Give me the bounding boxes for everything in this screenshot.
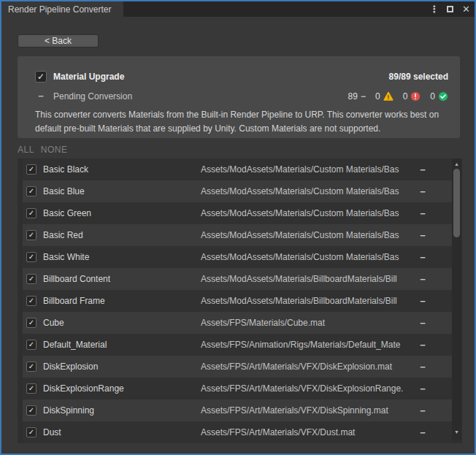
- window-title: Render Pipeline Converter: [8, 4, 111, 15]
- table-row[interactable]: ✓ Billboard Frame Assets/ModAssets/Mater…: [23, 290, 452, 312]
- converter-panel: ✓ Material Upgrade 89/89 selected − Pend…: [18, 56, 460, 138]
- table-row[interactable]: ✓ Billboard Content Assets/ModAssets/Mat…: [23, 268, 452, 290]
- material-name: Dust: [43, 427, 61, 437]
- material-path: Assets/ModAssets/Materials/Custom Materi…: [201, 180, 414, 202]
- material-name: Basic Black: [43, 164, 88, 175]
- scroll-down-icon[interactable]: ▼: [452, 429, 461, 436]
- pending-count: 89: [348, 91, 358, 102]
- success-count: 0: [430, 91, 435, 102]
- material-name: Basic Blue: [43, 186, 85, 196]
- converter-description: This converter converts Materials from t…: [35, 108, 448, 136]
- material-name: DiskExplosion: [43, 362, 98, 372]
- row-checkbox[interactable]: ✓: [26, 208, 37, 218]
- table-row[interactable]: ✓ Basic Red Assets/ModAssets/Materials/C…: [23, 224, 452, 246]
- row-checkbox[interactable]: ✓: [26, 383, 37, 394]
- table-row[interactable]: ✓ Basic Blue Assets/ModAssets/Materials/…: [23, 180, 452, 202]
- pending-status-icon: −: [415, 296, 430, 307]
- pending-status-icon: −: [415, 186, 430, 197]
- warning-icon: [383, 91, 394, 102]
- material-name: DiskSpinning: [43, 405, 94, 416]
- pending-minus-icon: −: [361, 91, 366, 102]
- success-icon: [438, 91, 448, 102]
- pending-count-group: 89 −: [348, 91, 366, 102]
- titlebar: Render Pipeline Converter ⋮ ✕: [1, 1, 475, 17]
- pending-status-icon: −: [415, 252, 430, 263]
- row-checkbox[interactable]: ✓: [26, 427, 37, 437]
- checkmark-icon: ✓: [28, 429, 34, 436]
- checkmark-icon: ✓: [28, 210, 34, 217]
- select-all-link[interactable]: ALL: [18, 145, 34, 155]
- back-button[interactable]: < Back: [18, 34, 99, 47]
- table-row[interactable]: ✓ DiskExplosionRange Assets/FPS/Art/Mate…: [23, 378, 452, 399]
- scroll-up-icon[interactable]: ▲: [452, 161, 461, 168]
- pending-conversion-row[interactable]: − Pending Conversion 89 − 0 0: [35, 91, 448, 102]
- checkmark-icon: ✓: [28, 188, 34, 195]
- pending-status-icon: −: [415, 340, 430, 351]
- select-none-link[interactable]: NONE: [41, 145, 68, 155]
- close-icon[interactable]: ✕: [462, 4, 470, 14]
- warning-count-group: 0: [375, 91, 394, 102]
- row-checkbox[interactable]: ✓: [26, 318, 37, 328]
- table-row[interactable]: ✓ Cube Assets/FPS/Materials/Cube.mat −: [23, 312, 452, 334]
- material-path: Assets/FPS/Art/Materials/VFX/DiskExplosi…: [201, 356, 414, 378]
- pending-status-icon: −: [415, 164, 430, 175]
- table-row[interactable]: ✓ DiskExplosion Assets/FPS/Art/Materials…: [23, 356, 452, 378]
- material-path: Assets/FPS/Animation/Rigs/Materials/Defa…: [201, 334, 414, 356]
- row-checkbox[interactable]: ✓: [26, 340, 37, 350]
- table-row[interactable]: ✓ DiskSpinning Assets/FPS/Art/Materials/…: [23, 399, 452, 421]
- row-checkbox[interactable]: ✓: [26, 252, 37, 262]
- menu-dots-icon[interactable]: ⋮: [431, 4, 438, 14]
- scrollbar-thumb[interactable]: [453, 169, 460, 237]
- material-name: Basic Red: [43, 230, 83, 240]
- collapse-minus-icon[interactable]: −: [35, 91, 47, 102]
- pending-status-icon: −: [415, 427, 430, 438]
- success-count-group: 0: [430, 91, 448, 102]
- row-checkbox[interactable]: ✓: [26, 164, 37, 175]
- error-icon: [410, 91, 421, 102]
- material-name: DiskExplosionRange: [43, 383, 124, 394]
- material-path: Assets/ModAssets/Materials/Custom Materi…: [201, 158, 414, 180]
- checkmark-icon: ✓: [28, 253, 34, 261]
- table-row[interactable]: ✓ Default_Material Assets/FPS/Animation/…: [23, 334, 452, 356]
- converter-checkbox[interactable]: ✓: [35, 71, 47, 83]
- selected-count: 89/89 selected: [389, 72, 448, 82]
- row-checkbox[interactable]: ✓: [26, 274, 37, 284]
- checkmark-icon: ✓: [28, 166, 34, 173]
- checkmark-icon: ✓: [28, 232, 34, 239]
- table-row[interactable]: ✓ Basic White Assets/ModAssets/Materials…: [23, 246, 452, 268]
- material-path: Assets/FPS/Art/Materials/VFX/DiskSpinnin…: [201, 399, 414, 421]
- material-path: Assets/FPS/Art/Materials/VFX/DiskExplosi…: [201, 378, 414, 399]
- material-path: Assets/ModAssets/Materials/Custom Materi…: [201, 202, 414, 224]
- converter-name: Material Upgrade: [53, 72, 124, 82]
- pending-status-icon: −: [415, 230, 430, 241]
- material-name: Cube: [43, 318, 64, 328]
- row-checkbox[interactable]: ✓: [26, 230, 37, 240]
- pending-status-icon: −: [415, 274, 430, 285]
- maximize-icon[interactable]: [447, 6, 453, 12]
- pending-status-icon: −: [415, 208, 430, 219]
- materials-list: ✓ Basic Black Assets/ModAssets/Materials…: [18, 158, 462, 443]
- materials-rows: ✓ Basic Black Assets/ModAssets/Materials…: [23, 158, 452, 443]
- checkmark-icon: ✓: [28, 385, 34, 392]
- table-row[interactable]: ✓ Dust Assets/FPS/Art/Materials/VFX/Dust…: [23, 421, 452, 443]
- material-name: Default_Material: [43, 340, 107, 350]
- scrollbar[interactable]: ▲ ▼: [452, 158, 461, 440]
- tab-render-pipeline-converter[interactable]: Render Pipeline Converter: [1, 1, 123, 17]
- selection-links: ALL NONE: [18, 145, 68, 155]
- row-checkbox[interactable]: ✓: [26, 186, 37, 196]
- pending-status-icon: −: [415, 405, 430, 416]
- checkmark-icon: ✓: [28, 407, 34, 414]
- warning-count: 0: [375, 91, 380, 102]
- table-row[interactable]: ✓ Basic Green Assets/ModAssets/Materials…: [23, 202, 452, 224]
- material-path: Assets/ModAssets/Materials/BillboardMate…: [201, 268, 414, 290]
- checkmark-icon: ✓: [28, 275, 34, 283]
- checkmark-icon: ✓: [28, 363, 34, 370]
- checkmark-icon: ✓: [28, 341, 34, 348]
- table-row[interactable]: ✓ Basic Black Assets/ModAssets/Materials…: [23, 158, 452, 180]
- checkmark-icon: ✓: [37, 72, 45, 81]
- row-checkbox[interactable]: ✓: [26, 362, 37, 372]
- row-checkbox[interactable]: ✓: [26, 405, 37, 416]
- material-name: Billboard Content: [43, 274, 110, 284]
- pending-status-icon: −: [415, 383, 430, 394]
- row-checkbox[interactable]: ✓: [26, 296, 37, 306]
